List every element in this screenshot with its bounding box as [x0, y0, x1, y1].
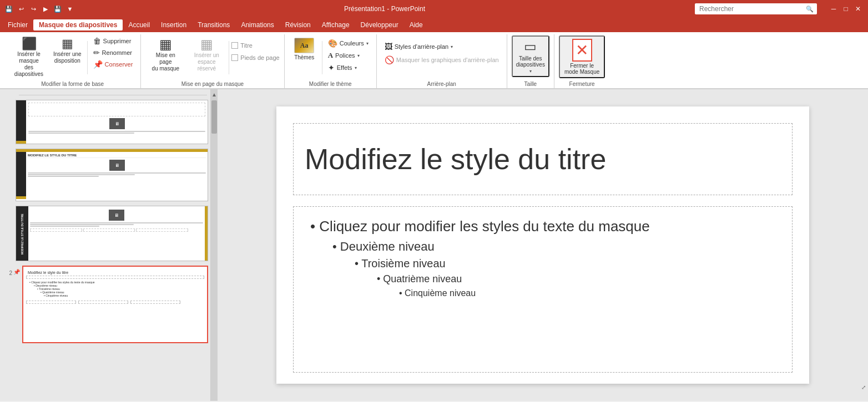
styles-arriere-button[interactable]: 🖼 Styles d'arrière-plan ▾ — [381, 41, 502, 52]
thumb1-gold-bottom — [16, 141, 26, 144]
arriere-expand-icon[interactable]: ⤢ — [861, 383, 866, 391]
thumb1-img: 🖥 — [109, 118, 125, 129]
label-theme: Modifier le thème — [289, 80, 372, 88]
inserer-masque-button[interactable]: ⬛ Insérer le masquedes diapositives — [9, 35, 49, 80]
active-thumb-footer — [26, 301, 204, 304]
slide-thumb-4[interactable]: Modifiez le style du titre • Cliquez pou… — [22, 266, 208, 343]
thumb3-dark-bar: MODIFIEZ LE STYLE DU TITRE — [16, 206, 28, 261]
menu-developpeur[interactable]: Développeur — [355, 19, 404, 30]
renommer-icon: ✏ — [93, 48, 100, 57]
slide-pin-2 — [12, 149, 13, 152]
redo-icon[interactable]: ↪ — [29, 4, 38, 13]
inserer-espace-button[interactable]: ▦ Insérer un espaceréservé — [186, 35, 226, 74]
slide-canvas: Modifiez le style du titre • Cliquez pou… — [276, 106, 809, 384]
label-forme-base: Modifier la forme de base — [9, 80, 136, 88]
menu-accueil[interactable]: Accueil — [123, 19, 155, 30]
srm-col: 🗑 Supprimer ✏ Renommer 📌 Conserver — [90, 35, 137, 70]
effets-dropdown-arrow: ▾ — [355, 65, 357, 70]
ribbon-row: ⬛ Insérer le masquedes diapositives ▦ In… — [0, 32, 868, 88]
slide-panel[interactable]: 🖥 — [0, 89, 211, 401]
thumb3-footer-2 — [83, 228, 135, 232]
themes-button[interactable]: Aa Thèmes — [289, 35, 320, 63]
ribbon-group-taille: ▭ Taille desdiapositives ▾ Taille — [507, 34, 554, 88]
ribbon-divider — [87, 41, 88, 74]
menu-animations[interactable]: Animations — [235, 19, 279, 30]
mise-en-page-button[interactable]: ▦ Mise en pagedu masque — [145, 35, 185, 74]
ribbon-group-fermeture: ✕ Fermer lemode Masque Fermeture — [554, 34, 609, 88]
search-input[interactable] — [695, 3, 817, 14]
effets-button[interactable]: ✦ Effets ▾ — [325, 62, 372, 73]
pieds-check-item[interactable]: Pieds de page — [231, 53, 279, 62]
ribbon-group-forme-base: ⬛ Insérer le masquedes diapositives ▦ In… — [4, 34, 141, 88]
menu-aide[interactable]: Aide — [404, 19, 428, 30]
styles-arriere-icon: 🖼 — [385, 42, 392, 51]
thumb3-layout: MODIFIEZ LE STYLE DU TITRE 🖥 — [16, 206, 208, 261]
masquer-graphiques-icon: 🚫 — [385, 55, 394, 64]
slide-thumb-2[interactable]: MODIFIEZ LE STYLE DU TITRE 🖥 — [16, 149, 208, 201]
presentation-icon[interactable]: ▶ — [41, 4, 50, 13]
slide-thumb-container-2: MODIFIEZ LE STYLE DU TITRE 🖥 — [16, 149, 208, 202]
slide-panel-scrollbar[interactable]: ▲ — [211, 89, 218, 401]
customize-icon[interactable]: ▼ — [65, 4, 74, 13]
taille-diapositives-button[interactable]: ▭ Taille desdiapositives ▾ — [512, 35, 549, 77]
menu-affichage[interactable]: Affichage — [316, 19, 355, 30]
search-bar-wrap: 🔍 — [695, 3, 817, 14]
taille-diapositives-icon: ▭ — [524, 39, 537, 54]
slide-pin-1 — [12, 100, 13, 103]
titre-check-item[interactable]: Titre — [231, 41, 279, 50]
save-icon[interactable]: 💾 — [4, 4, 13, 13]
mise-en-page-icon: ▦ — [159, 38, 172, 51]
menu-fichier[interactable]: Fichier — [2, 19, 33, 30]
thumb2-lines — [28, 172, 206, 177]
thumb1-img-icon: 🖥 — [115, 121, 119, 126]
conserver-icon: 📌 — [93, 60, 103, 69]
conserver-button[interactable]: 📌 Conserver — [90, 59, 137, 70]
slide-content-box[interactable]: • Cliquez pour modifier les styles du te… — [293, 206, 793, 373]
thumb1-line-1 — [28, 131, 205, 132]
polices-button[interactable]: A Polices ▾ — [325, 50, 372, 61]
ribbon-divider-2 — [229, 41, 229, 74]
active-thumb-title: Modifiez le style du titre — [26, 269, 204, 276]
thumb2-title: MODIFIEZ LE STYLE DU TITRE — [28, 154, 206, 158]
menu-revision[interactable]: Révision — [280, 19, 316, 30]
couleurs-dropdown-arrow: ▾ — [366, 41, 369, 46]
polices-icon: A — [328, 51, 333, 60]
close-button[interactable]: ✕ — [852, 3, 864, 14]
menu-transitions[interactable]: Transitions — [192, 19, 235, 30]
inserer-disposition-button[interactable]: ▦ Insérer unedisposition — [50, 35, 85, 67]
fermer-masque-button[interactable]: ✕ Fermer lemode Masque — [559, 35, 605, 78]
slide-thumb-row-4: 2 📌 Modifiez le style du titre • Cliquez… — [2, 266, 208, 344]
renommer-button[interactable]: ✏ Renommer — [90, 47, 137, 58]
cpe-col: 🎨 Couleurs ▾ A Polices ▾ ✦ Effets ▾ — [325, 35, 372, 73]
undo-icon[interactable]: ↩ — [17, 4, 26, 13]
slide-thumb-1[interactable]: 🖥 — [16, 100, 208, 144]
arriere-col: 🖼 Styles d'arrière-plan ▾ 🚫 Masquer les … — [381, 35, 502, 65]
slide-num-2 — [2, 149, 12, 152]
masquer-graphiques-button[interactable]: 🚫 Masquer les graphiques d'arrière-plan — [381, 54, 502, 65]
supprimer-button[interactable]: 🗑 Supprimer — [90, 35, 137, 47]
menu-insertion[interactable]: Insertion — [155, 19, 192, 30]
slide-num-1 — [2, 100, 12, 103]
thumb1-layout: 🖥 — [16, 100, 208, 144]
save-local-icon[interactable]: 💾 — [53, 4, 62, 13]
ribbon-group-theme: Aa Thèmes 🎨 Couleurs ▾ A Polices ▾ — [285, 34, 377, 88]
minimize-button[interactable]: ─ — [828, 3, 839, 14]
supprimer-icon: 🗑 — [93, 37, 101, 45]
taille-dropdown-arrow: ▾ — [529, 69, 532, 74]
couleurs-button[interactable]: 🎨 Couleurs ▾ — [325, 38, 372, 49]
slide-thumb-3[interactable]: MODIFIEZ LE STYLE DU TITRE 🖥 — [16, 206, 208, 261]
menu-masque[interactable]: Masque des diapositives — [33, 19, 123, 30]
menu-bar: Fichier Masque des diapositives Accueil … — [0, 18, 868, 32]
label-fermeture: Fermeture — [559, 80, 605, 88]
inserer-masque-icon: ⬛ — [22, 38, 37, 50]
slide-title-text: Modifiez le style du titre — [305, 143, 606, 176]
scroll-up-arrow[interactable]: ▲ — [211, 91, 218, 98]
maximize-button[interactable]: □ — [840, 3, 851, 14]
scroll-thumb[interactable] — [211, 100, 217, 134]
title-bar: 💾 ↩ ↪ ▶ 💾 ▼ Présentation1 - PowerPoint 🔍… — [0, 0, 868, 18]
slide-title-box[interactable]: Modifiez le style du titre — [293, 123, 793, 195]
active-footer-3 — [130, 301, 180, 304]
thumb1-dark-bar — [16, 100, 26, 144]
main-area: 🖥 — [0, 89, 868, 401]
slide-bullet-2: • Deuxième niveau — [310, 240, 775, 254]
